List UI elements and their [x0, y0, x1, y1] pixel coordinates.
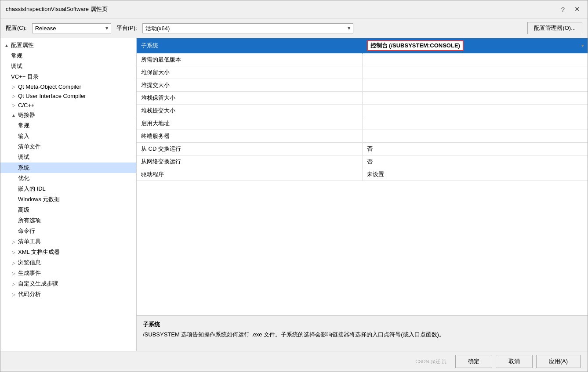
prop-value [362, 79, 588, 92]
tree-item-code-analysis[interactable]: ▷ 代码分析 [0, 289, 136, 300]
dialog-title: chassisInspectionVisualSoftware 属性页 [6, 5, 108, 13]
tree-item-manifest-tool[interactable]: ▷ 清单工具 [0, 236, 136, 247]
prop-name: 子系统 [137, 38, 362, 54]
config-select-wrapper: Release ▼ [32, 23, 111, 33]
tree-item-linker-debug[interactable]: 调试 [0, 152, 136, 163]
prop-value [362, 92, 588, 105]
config-select[interactable]: Release [32, 23, 111, 33]
tree-item-linker-optimize[interactable]: 优化 [0, 173, 136, 184]
prop-value [362, 66, 588, 79]
prop-value [362, 130, 588, 143]
prop-value [362, 54, 588, 66]
tree-item-qt-moc[interactable]: ▷ Qt Meta-Object Compiler [0, 82, 136, 91]
prop-name: 从 CD 交换运行 [137, 143, 362, 155]
tree-item-cpp[interactable]: ▷ C/C++ [0, 101, 136, 110]
tree-item-linker-advanced[interactable]: 高级 [0, 205, 136, 215]
tree-item-debug[interactable]: 调试 [0, 61, 136, 72]
prop-value [362, 117, 588, 130]
tree-item-linker[interactable]: ▲ 链接器 [0, 110, 136, 120]
prop-name: 启用大地址 [137, 117, 362, 130]
table-row[interactable]: 从网络交换运行否 [137, 155, 588, 168]
apply-button[interactable]: 应用(A) [536, 355, 581, 368]
tree-item-qt-uic[interactable]: ▷ Qt User Interface Compiler [0, 91, 136, 101]
toolbar: 配置(C): Release ▼ 平台(P): 活动(x64) ▼ 配置管理器(… [0, 18, 588, 38]
highlighted-value: 控制台 (/SUBSYSTEM:CONSOLE) [367, 40, 464, 51]
table-row[interactable]: 驱动程序未设置 [137, 168, 588, 181]
prop-name: 从网络交换运行 [137, 155, 362, 168]
table-row[interactable]: 终端服务器 [137, 130, 588, 143]
config-label: 配置(C): [6, 24, 27, 32]
tree-item-linker-metadata[interactable]: Windows 元数据 [0, 194, 136, 205]
main-content: ▲ 配置属性 常规 调试 VC++ 目录 ▷ Qt Meta-Object Co… [0, 38, 588, 351]
help-button[interactable]: ? [558, 4, 568, 14]
prop-name: 堆栈保留大小 [137, 92, 362, 105]
expander-code-analysis: ▷ [11, 292, 16, 297]
tree-item-linker-manifest[interactable]: 清单文件 [0, 141, 136, 152]
platform-select[interactable]: 活动(x64) [142, 23, 353, 33]
prop-value[interactable]: 控制台 (/SUBSYSTEM:CONSOLE) [362, 38, 588, 54]
prop-name: 终端服务器 [137, 130, 362, 143]
description-panel: 子系统 /SUBSYSTEM 选项告知操作系统如何运行 .exe 文件。子系统的… [137, 316, 588, 351]
tree-item-linker-all[interactable]: 所有选项 [0, 215, 136, 226]
tree-item-vcpp-dirs[interactable]: VC++ 目录 [0, 72, 136, 82]
expander-linker: ▲ [11, 112, 16, 118]
prop-name: 堆保留大小 [137, 66, 362, 79]
tree-item-browse-info[interactable]: ▷ 浏览信息 [0, 257, 136, 268]
expander-custom-build: ▷ [11, 281, 16, 286]
prop-name: 驱动程序 [137, 168, 362, 181]
table-row[interactable]: 堆提交大小 [137, 79, 588, 92]
tree-item-linker-input[interactable]: 输入 [0, 131, 136, 141]
property-dialog: chassisInspectionVisualSoftware 属性页 ? ✕ … [0, 0, 588, 372]
expander-manifest-tool: ▷ [11, 239, 16, 244]
expander-cpp: ▷ [11, 103, 16, 108]
description-title: 子系统 [143, 321, 581, 329]
prop-name: 所需的最低版本 [137, 54, 362, 66]
config-manager-button[interactable]: 配置管理器(O)... [527, 22, 582, 34]
title-bar-controls: ? ✕ [558, 4, 582, 14]
tree-item-general[interactable]: 常规 [0, 51, 136, 61]
table-row[interactable]: 从 CD 交换运行否 [137, 143, 588, 155]
platform-select-wrapper: 活动(x64) ▼ [142, 23, 353, 33]
title-bar: chassisInspectionVisualSoftware 属性页 ? ✕ [0, 0, 588, 18]
table-row[interactable]: 堆保留大小 [137, 66, 588, 79]
prop-value [362, 105, 588, 117]
ok-button[interactable]: 确定 [455, 355, 492, 368]
expander-qt-uic: ▷ [11, 94, 16, 99]
close-button[interactable]: ✕ [572, 4, 582, 14]
description-text: /SUBSYSTEM 选项告知操作系统如何运行 .exe 文件。子系统的选择会影… [143, 330, 581, 339]
table-row[interactable]: 所需的最低版本 [137, 54, 588, 66]
props-table: 子系统控制台 (/SUBSYSTEM:CONSOLE)所需的最低版本堆保留大小堆… [137, 38, 588, 316]
prop-name: 堆提交大小 [137, 79, 362, 92]
platform-label: 平台(P): [116, 24, 137, 32]
prop-value: 否 [362, 143, 588, 155]
tree-item-custom-build[interactable]: ▷ 自定义生成步骤 [0, 278, 136, 289]
table-row[interactable]: 堆栈保留大小 [137, 92, 588, 105]
bottom-bar: CSDN @迁 沉 确定 取消 应用(A) [0, 351, 588, 372]
prop-value: 未设置 [362, 168, 588, 181]
cancel-button[interactable]: 取消 [496, 355, 533, 368]
tree-item-linker-system[interactable]: 系统 [0, 163, 136, 173]
tree-item-linker-idl[interactable]: 嵌入的 IDL [0, 184, 136, 194]
watermark: CSDN @迁 沉 [415, 358, 446, 365]
prop-name: 堆栈提交大小 [137, 105, 362, 117]
prop-value: 否 [362, 155, 588, 168]
tree-panel: ▲ 配置属性 常规 调试 VC++ 目录 ▷ Qt Meta-Object Co… [0, 38, 137, 351]
tree-item-xml-doc[interactable]: ▷ XML 文档生成器 [0, 247, 136, 257]
tree-item-build-events[interactable]: ▷ 生成事件 [0, 268, 136, 278]
properties-table: 子系统控制台 (/SUBSYSTEM:CONSOLE)所需的最低版本堆保留大小堆… [137, 38, 588, 181]
table-row[interactable]: 子系统控制台 (/SUBSYSTEM:CONSOLE) [137, 38, 588, 54]
expander-build-events: ▷ [11, 271, 16, 276]
expander-browse-info: ▷ [11, 260, 16, 265]
table-row[interactable]: 堆栈提交大小 [137, 105, 588, 117]
expander-qt-moc: ▷ [11, 84, 16, 90]
expander-xml-doc: ▷ [11, 249, 16, 255]
right-panel: 子系统控制台 (/SUBSYSTEM:CONSOLE)所需的最低版本堆保留大小堆… [137, 38, 588, 351]
table-row[interactable]: 启用大地址 [137, 117, 588, 130]
expander-config-props: ▲ [4, 43, 9, 48]
tree-item-config-props[interactable]: ▲ 配置属性 [0, 40, 136, 51]
tree-item-linker-cmdline[interactable]: 命令行 [0, 226, 136, 236]
tree-item-linker-general[interactable]: 常规 [0, 120, 136, 131]
